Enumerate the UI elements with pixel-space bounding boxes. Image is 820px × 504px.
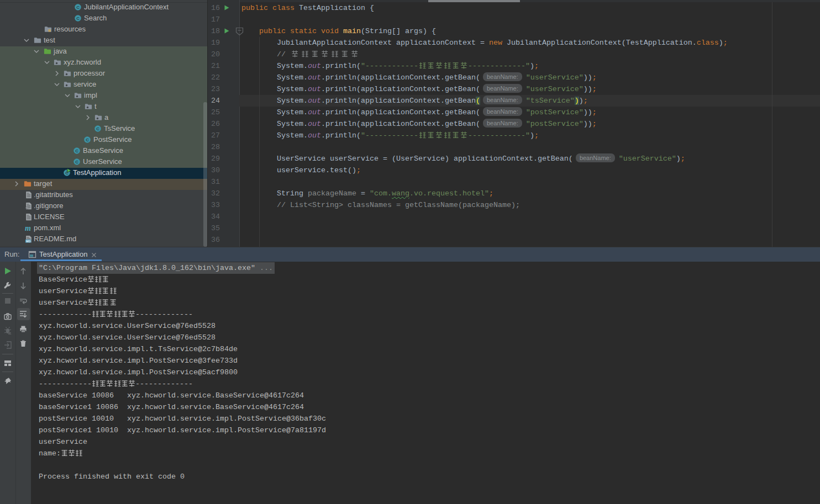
svg-text:C: C [75,160,78,165]
svg-text:C: C [76,5,80,10]
svg-text:C: C [96,126,99,131]
svg-text:m: m [25,224,31,232]
svg-text:MD: MD [26,240,30,243]
svg-text:C: C [75,148,78,153]
svg-text:C: C [86,137,89,142]
svg-text:C: C [76,16,80,21]
